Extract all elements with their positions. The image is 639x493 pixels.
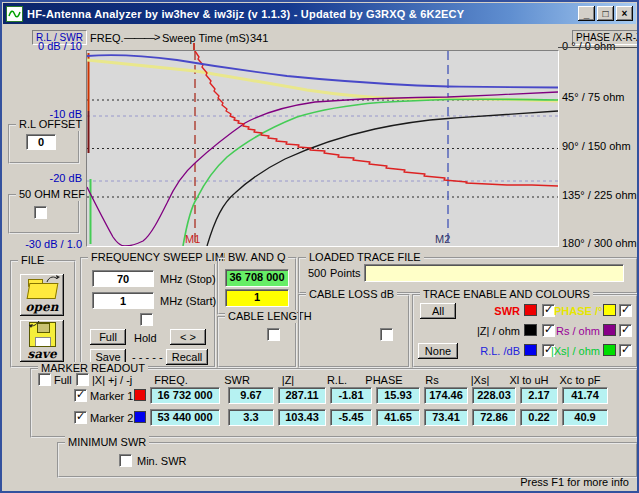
z-colour-swatch[interactable]	[524, 324, 537, 336]
rs-trace-checkbox[interactable]	[619, 324, 632, 337]
cable-length-checkbox[interactable]	[267, 328, 280, 341]
axis-left-0db: 0 dB / 10	[10, 40, 82, 52]
cable-loss-checkbox[interactable]	[380, 328, 393, 341]
z-trace-label: |Z| / ohm	[458, 325, 520, 337]
axis-right-0: 0 ° / 0 ohm	[562, 40, 615, 52]
stop-mhz-label: MHz (Stop)	[160, 273, 216, 285]
marker1-phase: 15.93	[376, 387, 420, 404]
rl-offset-input[interactable]	[26, 134, 56, 150]
phase-trace-checkbox[interactable]	[619, 304, 632, 317]
points-count: 500	[308, 267, 326, 279]
open-file-button[interactable]: open	[20, 274, 64, 316]
marker1-label: M1	[185, 233, 200, 245]
axis-right-135: 135° / 225 ohm	[562, 189, 637, 201]
cable-loss-title: CABLE LOSS dB	[306, 288, 397, 301]
header-xc-pf: Xc to pF	[554, 374, 606, 386]
xs-colour-swatch[interactable]	[603, 344, 616, 356]
fifty-ohm-ref-checkbox[interactable]	[34, 206, 47, 219]
header-xs: |Xs|	[458, 374, 502, 386]
marker1-colour-swatch[interactable]	[134, 389, 146, 401]
trace-file-field[interactable]	[364, 264, 624, 282]
axis-right-180: 180° / 300 ohm	[562, 237, 637, 249]
trace-enable-group: TRACE ENABLE AND COLOURS All None SWR PH…	[412, 294, 638, 368]
freq-label: FREQ.	[90, 32, 124, 44]
marker1-name: Marker 1	[90, 390, 133, 402]
marker2-xl: 0.22	[520, 409, 558, 426]
marker2-xs: 72.86	[472, 409, 516, 426]
minimum-swr-title: MINIMUM SWR	[65, 436, 149, 449]
trace-rs	[87, 92, 558, 246]
recall-button[interactable]: Recall	[166, 349, 208, 365]
bw-value-field: 36 708 000	[225, 269, 289, 287]
bw-and-q-group: BW. AND Q 36 708 000 1	[217, 257, 297, 315]
marker2-name: Marker 2	[90, 412, 133, 424]
save-file-button[interactable]: save	[20, 320, 64, 362]
fifty-ohm-ref-title: 50 OHM REF	[16, 188, 88, 201]
min-swr-label: Min. SWR	[137, 455, 187, 467]
title-bar[interactable]: HF-Antenna Analyzer by iw3hev & iw3ijz (…	[3, 3, 636, 24]
marker2-phase: 41.65	[376, 409, 420, 426]
stop-mhz-input[interactable]	[92, 270, 154, 287]
swr-colour-swatch[interactable]	[524, 304, 537, 316]
marker1-rl: -1.81	[330, 387, 372, 404]
save-floppy-icon	[29, 322, 56, 347]
marker1-swr: 9.67	[228, 387, 274, 404]
sweep-time-value: 341	[250, 32, 268, 44]
close-button[interactable]: ×	[616, 6, 633, 21]
sweep-plot[interactable]: M1 M2	[86, 50, 559, 247]
full-button[interactable]: Full	[90, 329, 126, 345]
marker2-rs: 73.41	[424, 409, 468, 426]
start-mhz-label: MHz (Start)	[160, 295, 216, 307]
axis-right-45: 45° / 75 ohm	[562, 91, 625, 103]
loaded-trace-title: LOADED TRACE FILE	[306, 251, 424, 264]
marker2-rl: -5.45	[330, 409, 372, 426]
start-mhz-input[interactable]	[92, 292, 154, 309]
trace-z	[207, 111, 558, 246]
plot-canvas: M1 M2	[87, 51, 558, 246]
points-label: Points	[330, 267, 361, 279]
xs-trace-label: |Xs| / ohm	[550, 345, 600, 357]
header-phase: PHASE	[362, 374, 406, 386]
open-button-label: open	[26, 301, 59, 313]
axis-left-20db: -20 dB	[10, 172, 82, 184]
marker1-freq: 16 732 000	[150, 387, 220, 404]
trace-rl	[87, 55, 558, 88]
no-traces-button[interactable]: None	[418, 343, 458, 359]
hold-checkbox[interactable]	[140, 313, 153, 326]
header-xl-uh: Xl to uH	[506, 374, 552, 386]
swap-button[interactable]: < >	[170, 329, 206, 345]
all-traces-button[interactable]: All	[420, 303, 456, 319]
sweep-time-label: Sweep Time (mS)	[162, 32, 249, 44]
maximize-button[interactable]: □	[597, 6, 614, 21]
header-rs: Rs	[410, 374, 454, 386]
save-button-label: save	[27, 348, 56, 360]
frequency-sweep-limits-group: FREQUENCY SWEEP LIMITS MHz (Stop) MHz (S…	[80, 257, 216, 368]
marker1-checkbox[interactable]	[74, 389, 87, 402]
freq-arrow: ———>	[124, 31, 159, 43]
window-title: HF-Antenna Analyzer by iw3hev & iw3ijz (…	[27, 8, 574, 20]
xj-checkbox[interactable]	[76, 373, 89, 386]
min-swr-checkbox[interactable]	[119, 454, 132, 467]
marker1-xs: 228.03	[472, 387, 516, 404]
help-hint: Press F1 for more info	[520, 476, 629, 488]
marker1-xc: 41.74	[562, 387, 608, 404]
phase-colour-swatch[interactable]	[603, 304, 616, 316]
axis-left-30db: -30 dB / 1.0	[6, 238, 82, 250]
marker2-checkbox[interactable]	[74, 411, 87, 424]
rl-trace-label: R.L. /dB	[458, 345, 520, 357]
rl-colour-swatch[interactable]	[524, 344, 537, 356]
marker2-colour-swatch[interactable]	[134, 411, 146, 423]
header-swr: SWR	[214, 374, 260, 386]
marker2-xc: 40.9	[562, 409, 608, 426]
marker1-z: 287.11	[278, 387, 326, 404]
xs-trace-checkbox[interactable]	[619, 344, 632, 357]
q-value-field: 1	[225, 289, 289, 307]
header-z: |Z|	[264, 374, 312, 386]
full-readout-checkbox[interactable]	[38, 373, 51, 386]
swr-trace-label: SWR	[458, 305, 520, 317]
minimize-button[interactable]: _	[578, 6, 595, 21]
rs-colour-swatch[interactable]	[603, 324, 616, 336]
axis-right-90: 90° / 150 ohm	[562, 140, 631, 152]
marker1-rs: 174.46	[424, 387, 468, 404]
fifty-ohm-ref-group: 50 OHM REF	[8, 194, 80, 234]
